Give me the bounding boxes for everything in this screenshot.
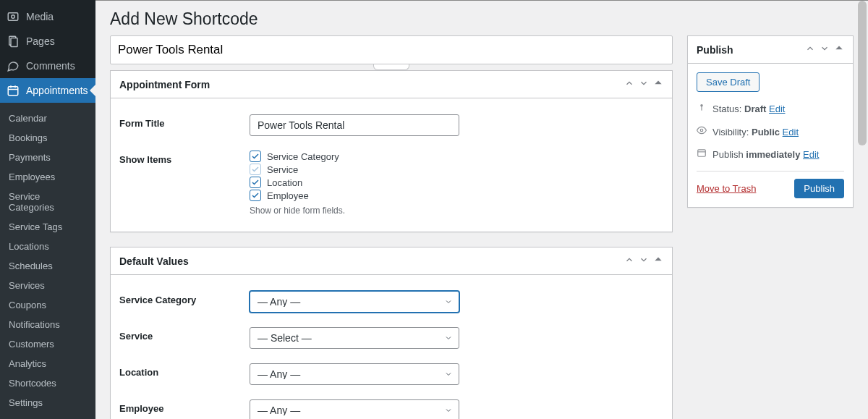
checkbox-employee[interactable] — [250, 190, 261, 201]
move-up-icon[interactable] — [805, 43, 815, 56]
service-category-label: Service Category — [119, 291, 250, 305]
checkbox-label: Location — [267, 177, 302, 188]
default-values-panel: Default Values Service Category — [110, 247, 673, 419]
employee-label: Employee — [119, 399, 250, 414]
checkbox-service-category[interactable] — [250, 151, 261, 162]
appointments-submenu: Calendar Bookings Payments Employees Ser… — [0, 103, 95, 419]
pin-icon — [697, 102, 707, 117]
submenu-coupons[interactable]: Coupons — [0, 295, 95, 315]
svg-rect-3 — [11, 38, 17, 47]
submenu-analytics[interactable]: Analytics — [0, 354, 95, 373]
scrollbar-thumb[interactable] — [858, 1, 867, 145]
sidebar-item-label: Appointments — [26, 85, 88, 96]
publish-panel: Publish Save Draft — [687, 35, 854, 208]
location-label: Location — [119, 363, 250, 378]
location-select[interactable]: — Any — — [250, 363, 459, 385]
save-draft-button[interactable]: Save Draft — [697, 72, 760, 92]
appointment-form-panel: Appointment Form Form Title — [110, 70, 673, 232]
submenu-service-categories[interactable]: Service Categories — [0, 187, 95, 217]
comments-icon — [6, 59, 20, 73]
checkbox-service[interactable] — [250, 164, 261, 175]
schedule-label: Publish — [712, 149, 744, 160]
svg-rect-9 — [701, 106, 702, 111]
form-title-label: Form Title — [119, 114, 250, 129]
svg-point-0 — [12, 15, 15, 19]
schedule-value: immediately — [746, 149, 800, 160]
admin-sidebar: Media Pages Comments Appointments Calend… — [0, 0, 95, 419]
submenu-service-tags[interactable]: Service Tags — [0, 217, 95, 237]
show-items-hint: Show or hide form fields. — [250, 206, 663, 216]
service-category-select[interactable]: — Any — — [250, 291, 459, 313]
submenu-calendar[interactable]: Calendar — [0, 109, 95, 128]
edit-status-link[interactable]: Edit — [769, 103, 785, 114]
panel-heading: Publish — [697, 44, 733, 56]
publish-button[interactable]: Publish — [794, 179, 844, 198]
svg-rect-1 — [8, 13, 18, 21]
resize-handle[interactable] — [373, 64, 409, 70]
submenu-settings[interactable]: Settings — [0, 393, 95, 412]
toggle-icon[interactable] — [834, 43, 844, 56]
submenu-schedules[interactable]: Schedules — [0, 256, 95, 276]
sidebar-item-comments[interactable]: Comments — [0, 54, 95, 78]
checkbox-label: Service Category — [267, 151, 339, 162]
toggle-icon[interactable] — [653, 255, 663, 267]
move-down-icon[interactable] — [639, 255, 649, 267]
sidebar-item-media[interactable]: Media — [0, 4, 95, 29]
submenu-services[interactable]: Services — [0, 276, 95, 295]
edit-schedule-link[interactable]: Edit — [803, 149, 819, 160]
eye-icon — [697, 125, 707, 140]
move-down-icon[interactable] — [639, 78, 649, 90]
sidebar-item-label: Pages — [26, 35, 55, 47]
edit-visibility-link[interactable]: Edit — [783, 127, 799, 137]
media-icon — [6, 9, 20, 24]
move-up-icon[interactable] — [624, 78, 634, 90]
panel-heading: Appointment Form — [119, 79, 210, 90]
submenu-customers[interactable]: Customers — [0, 334, 95, 354]
scrollbar[interactable] — [856, 1, 868, 419]
move-down-icon[interactable] — [820, 43, 830, 56]
submenu-employees[interactable]: Employees — [0, 167, 95, 187]
panel-heading: Default Values — [119, 255, 189, 267]
submenu-shortcodes[interactable]: Shortcodes — [0, 373, 95, 393]
show-items-label: Show Items — [119, 151, 250, 165]
svg-rect-4 — [8, 87, 18, 96]
move-up-icon[interactable] — [624, 255, 634, 267]
svg-rect-11 — [698, 150, 706, 156]
submenu-locations[interactable]: Locations — [0, 237, 95, 256]
status-label: Status: — [712, 103, 741, 114]
checkbox-location[interactable] — [250, 177, 261, 188]
submenu-bookings[interactable]: Bookings — [0, 128, 95, 148]
form-title-input[interactable] — [250, 114, 459, 136]
svg-point-10 — [700, 129, 703, 132]
pages-icon — [6, 34, 20, 48]
service-select[interactable]: — Select — — [250, 327, 459, 349]
toggle-icon[interactable] — [653, 78, 663, 90]
visibility-label: Visibility: — [712, 127, 749, 137]
calendar-icon — [697, 148, 707, 162]
status-value: Draft — [744, 103, 766, 114]
calendar-icon — [6, 83, 20, 98]
employee-select[interactable]: — Any — — [250, 399, 459, 419]
sidebar-item-label: Comments — [26, 60, 75, 72]
checkbox-label: Service — [267, 164, 298, 175]
submenu-payments[interactable]: Payments — [0, 148, 95, 167]
move-to-trash-link[interactable]: Move to Trash — [697, 183, 756, 194]
sidebar-item-label: Media — [26, 11, 54, 22]
service-label: Service — [119, 327, 250, 342]
submenu-help[interactable]: Help — [0, 412, 95, 419]
sidebar-item-posts-partial[interactable] — [0, 0, 95, 4]
page-title: Add New Shortcode — [110, 1, 854, 35]
sidebar-item-appointments[interactable]: Appointments — [0, 78, 95, 103]
shortcode-title-input[interactable] — [110, 35, 673, 64]
sidebar-item-pages[interactable]: Pages — [0, 29, 95, 54]
checkbox-label: Employee — [267, 190, 309, 201]
submenu-notifications[interactable]: Notifications — [0, 315, 95, 334]
visibility-value: Public — [752, 127, 780, 137]
